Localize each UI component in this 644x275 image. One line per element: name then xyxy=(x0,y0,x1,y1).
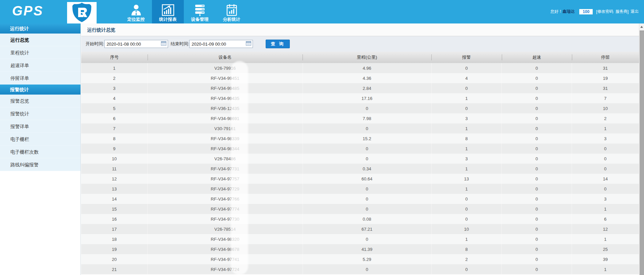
cell-index: 16 xyxy=(81,214,148,224)
calendar-picker-icon[interactable] xyxy=(161,41,166,47)
table-row[interactable]: 12RF-V34-9775760.6413014 xyxy=(81,174,639,184)
sidebar-item[interactable]: 路线纠偏报警 xyxy=(0,158,80,171)
cell-device: V26-78514 xyxy=(148,224,303,234)
cell-overspeed: 0 xyxy=(502,214,572,224)
cell-overspeed: 0 xyxy=(502,194,572,204)
nav-item-reports[interactable]: 统计报表 xyxy=(152,0,184,23)
cell-index: 1 xyxy=(81,63,148,73)
provider-link[interactable]: 服务商 xyxy=(615,9,628,14)
app-logo: GPS xyxy=(12,3,43,18)
sidebar-item[interactable]: 报警统计 xyxy=(0,107,80,120)
nav-item-analysis[interactable]: 分析统计 xyxy=(216,0,248,23)
table-row[interactable]: 7V30-791610101 xyxy=(81,123,639,133)
cell-index: 12 xyxy=(81,174,148,184)
cell-stop: 7 xyxy=(572,93,639,103)
cell-stop: 0 xyxy=(572,154,639,164)
column-header-index: 序号 xyxy=(81,52,148,63)
sidebar-item[interactable]: 停留详单 xyxy=(0,72,80,85)
person-icon xyxy=(130,3,142,17)
cell-alarm: 4 xyxy=(431,73,501,83)
sidebar-item[interactable]: 电子栅栏 xyxy=(0,133,80,146)
cell-stop: 10 xyxy=(572,103,639,113)
table-row[interactable]: 16RF-V34-977300.08006 xyxy=(81,214,639,224)
cell-mileage: 0.34 xyxy=(303,164,431,174)
sidebar-item[interactable]: 报警总览 xyxy=(0,95,80,107)
cell-stop: 3 xyxy=(572,133,639,144)
logout-link[interactable]: 退出 xyxy=(631,9,639,14)
cell-overspeed: 0 xyxy=(502,204,572,214)
sidebar-group-header-0[interactable]: 运行统计 xyxy=(0,23,80,34)
table-row[interactable]: 10V26-784860300 xyxy=(81,154,639,164)
cell-device: RF-V34-97741 xyxy=(148,254,303,264)
cell-stop: 6 xyxy=(572,214,639,224)
sidebar-group-header-1[interactable]: 报警统计 xyxy=(0,85,80,95)
cell-overspeed: 0 xyxy=(502,184,572,194)
table-row[interactable]: 4RF-V34-9943517.16107 xyxy=(81,93,639,103)
sidebar-item[interactable]: 运行总览 xyxy=(0,34,80,46)
stats-table: 序号设备名里程(公里)报警超速停留 1V26-799164.9600312RF-… xyxy=(81,52,639,274)
table-row[interactable]: 19RF-V34-9867841.398025 xyxy=(81,244,639,254)
cell-mileage: 41.39 xyxy=(303,244,431,254)
table-row[interactable]: 3RF-V34-994852.840031 xyxy=(81,83,639,93)
user-info: 您好！ 鑫瑞达 100 [ 修改密码 服务商 ] 退出 xyxy=(550,9,639,14)
cell-stop: 31 xyxy=(572,83,639,93)
cell-stop: 31 xyxy=(572,63,639,73)
table-row[interactable]: 21RF-V34-977240001 xyxy=(81,264,639,274)
cell-overspeed: 0 xyxy=(502,113,572,123)
end-time-input[interactable]: 2020-01-09 00:00 xyxy=(189,40,253,48)
cell-mileage: 4.36 xyxy=(303,73,431,83)
nav-item-devices[interactable]: 设备管理 xyxy=(184,0,216,23)
table-row[interactable]: 14RF-V34-977660003 xyxy=(81,194,639,204)
change-password-link[interactable]: 修改密码 xyxy=(597,9,613,14)
table-row[interactable]: 6RF-V34-986917.98302 xyxy=(81,113,639,123)
cell-stop: 1 xyxy=(572,264,639,274)
cell-stop: 3 xyxy=(572,194,639,204)
table-row[interactable]: 5RF-V36-1243500010 xyxy=(81,103,639,113)
cell-overspeed: 0 xyxy=(502,133,572,144)
table-row[interactable]: 11RF-V34-977310.34100 xyxy=(81,164,639,174)
vertical-scrollbar[interactable] xyxy=(639,23,644,275)
cell-index: 4 xyxy=(81,93,148,103)
cell-stop: 1 xyxy=(572,234,639,244)
sidebar-item[interactable]: 电子栅栏次数 xyxy=(0,146,80,158)
cell-alarm: 8 xyxy=(431,244,501,254)
table-row[interactable]: 18RF-V34-983200101 xyxy=(81,234,639,244)
chart-icon xyxy=(162,3,174,17)
scrollbar-thumb[interactable] xyxy=(640,31,644,275)
sidebar: 运行统计运行总览里程统计超速详单停留详单报警统计报警总览报警统计报警详单电子栅栏… xyxy=(0,23,81,275)
search-button[interactable]: 查 询 xyxy=(266,40,290,48)
cell-mileage: 17.16 xyxy=(303,93,431,103)
cell-stop: 25 xyxy=(572,244,639,254)
cell-device: RF-V34-97724 xyxy=(148,264,303,274)
table-row[interactable]: 13RF-V34-977290100 xyxy=(81,184,639,194)
cell-index: 6 xyxy=(81,113,148,123)
table-row[interactable]: 1V26-799164.960031 xyxy=(81,63,639,73)
cell-index: 14 xyxy=(81,194,148,204)
table-row[interactable]: 2RF-V34-994514.364019 xyxy=(81,73,639,83)
nav-item-monitor[interactable]: 定位监控 xyxy=(120,0,152,23)
table-row[interactable]: 17V26-7851467.2110012 xyxy=(81,224,639,234)
sidebar-item[interactable]: 报警详单 xyxy=(0,120,80,133)
sidebar-item[interactable]: 超速详单 xyxy=(0,59,80,72)
filter-bar: 开始时间: 2020-01-08 00:00 结束时间: 2020-01-09 … xyxy=(81,36,639,52)
cell-index: 13 xyxy=(81,184,148,194)
cell-index: 8 xyxy=(81,133,148,144)
calendar-picker-icon[interactable] xyxy=(246,41,251,47)
cell-device: RF-V34-97730 xyxy=(148,214,303,224)
scroll-up-arrow-icon[interactable] xyxy=(639,23,644,30)
cell-overspeed: 0 xyxy=(502,93,572,103)
cell-overspeed: 0 xyxy=(502,224,572,234)
main-content: 运行统计总览 开始时间: 2020-01-08 00:00 结束时间: 2020… xyxy=(81,23,639,275)
cell-index: 9 xyxy=(81,144,148,154)
table-row[interactable]: 15RF-V34-977740001 xyxy=(81,204,639,214)
nav-item-label: 设备管理 xyxy=(191,17,209,22)
cell-index: 10 xyxy=(81,154,148,164)
start-time-input[interactable]: 2020-01-08 00:00 xyxy=(104,40,168,48)
cell-index: 7 xyxy=(81,123,148,133)
table-row[interactable]: 20RF-V34-977415.292039 xyxy=(81,254,639,264)
table-row[interactable]: 9RF-V34-983440100 xyxy=(81,144,639,154)
cell-index: 3 xyxy=(81,83,148,93)
table-row[interactable]: 8RF-V34-9833915.2803 xyxy=(81,133,639,144)
cell-mileage: 2.84 xyxy=(303,83,431,93)
sidebar-item[interactable]: 里程统计 xyxy=(0,46,80,59)
